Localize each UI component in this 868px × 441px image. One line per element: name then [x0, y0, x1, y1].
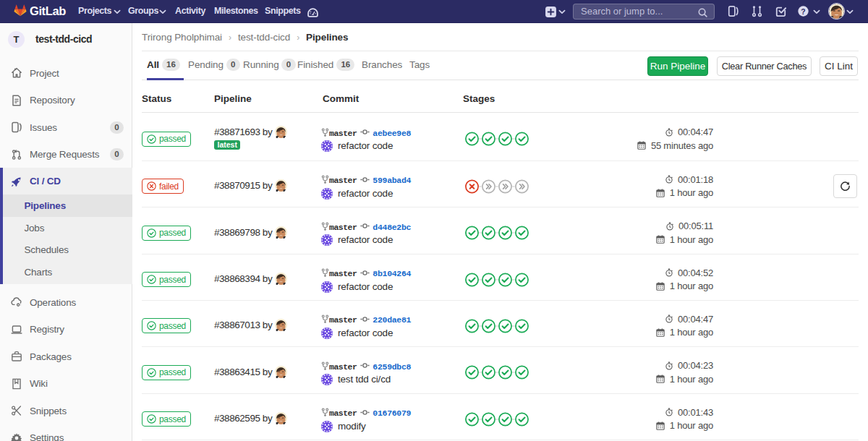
svg-text:?: ?	[801, 8, 805, 16]
